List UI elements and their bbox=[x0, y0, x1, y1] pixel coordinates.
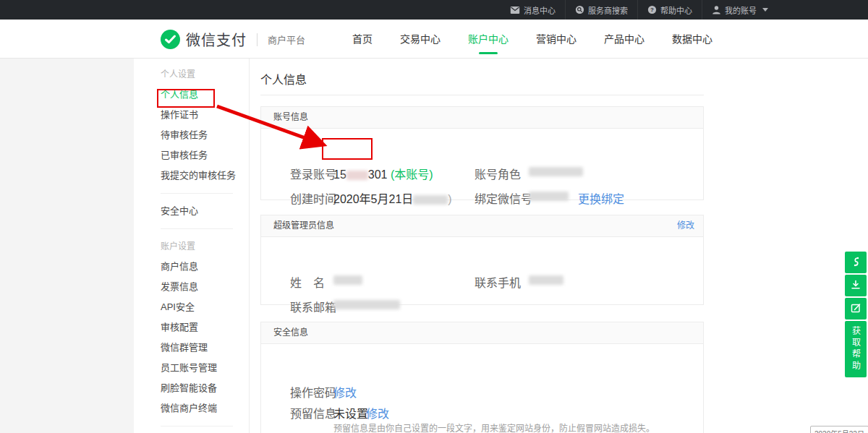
portal-name: 商户平台 bbox=[268, 33, 305, 46]
floating-help-widget: 获取帮助 bbox=[845, 252, 867, 377]
redacted-admin-email bbox=[333, 300, 400, 309]
nav-data-center[interactable]: 数据中心 bbox=[672, 20, 712, 59]
sidebar-item-face-payment-devices[interactable]: 刷脸智能设备 bbox=[161, 378, 249, 398]
reserved-info-help-text: 预留信息是由你自己设置的一段文字，用来鉴定网站身份，防止假冒网站造成损失。 配置… bbox=[333, 422, 767, 433]
redacted-admin-phone bbox=[529, 275, 563, 285]
account-info-title: 账号信息 bbox=[273, 107, 308, 128]
chevron-down-icon bbox=[762, 8, 768, 12]
admin-name-value bbox=[333, 273, 362, 286]
account-info-section: 账号信息 登录账号 15301 (本账号) 账号角色 创建时间 2020年5月2… bbox=[260, 106, 704, 200]
sidebar-divider bbox=[161, 426, 233, 426]
security-info-section: 安全信息 操作密码 修改 预留信息 未设置 修改 预留信息是由你自己设置的一段文… bbox=[260, 322, 704, 433]
help-center-button[interactable]: ? 帮助中心 bbox=[637, 0, 702, 20]
nav-transaction-center[interactable]: 交易中心 bbox=[400, 20, 441, 59]
feedback-edit-button[interactable] bbox=[845, 298, 867, 320]
redacted-created-time bbox=[413, 195, 448, 205]
brand-name: 微信支付 bbox=[186, 29, 247, 50]
content-wrapper: 个人设置 个人信息 操作证书 待审核任务 已审核任务 我提交的审核任务 安全中心… bbox=[134, 59, 868, 433]
sidebar-item-invoice-info[interactable]: 发票信息 bbox=[161, 277, 249, 297]
sidebar-item-reviewed-tasks[interactable]: 已审核任务 bbox=[161, 145, 249, 166]
edit-icon bbox=[850, 302, 861, 316]
title-divider bbox=[260, 95, 704, 95]
sidebar-section-personal-settings: 个人设置 bbox=[161, 64, 249, 85]
my-account-menu[interactable]: 我的账号 bbox=[702, 0, 778, 20]
admin-email-label: 联系邮箱 bbox=[290, 298, 336, 315]
mail-icon bbox=[510, 6, 520, 14]
sidebar-item-operation-certificate[interactable]: 操作证书 bbox=[161, 105, 249, 125]
top-utility-bar: 消息中心 服务商搜索 ? 帮助中心 我的账号 bbox=[0, 0, 868, 20]
get-help-button[interactable]: 获取帮助 bbox=[845, 321, 867, 377]
link-icon bbox=[850, 256, 861, 270]
date-tooltip: 2020年5月22日 bbox=[810, 426, 868, 433]
redacted-admin-name bbox=[333, 275, 362, 285]
search-badge-icon bbox=[575, 5, 584, 14]
service-provider-search-button[interactable]: 服务商搜索 bbox=[565, 0, 637, 20]
sidebar-divider bbox=[161, 193, 233, 194]
admin-phone-value bbox=[529, 273, 563, 286]
bound-wechat-label: 绑定微信号 bbox=[475, 189, 532, 207]
nav-product-center[interactable]: 产品中心 bbox=[604, 20, 644, 59]
sidebar-item-review-config[interactable]: 审核配置 bbox=[161, 317, 249, 338]
sidebar-item-wechat-merchant-terminal[interactable]: 微信商户终端 bbox=[161, 398, 249, 419]
reserved-info-label: 预留信息 bbox=[290, 404, 336, 421]
admin-phone-label: 联系手机 bbox=[475, 273, 521, 291]
download-button[interactable] bbox=[845, 275, 867, 296]
svg-text:?: ? bbox=[650, 7, 654, 13]
main-header: 微信支付 商户平台 首页 交易中心 账户中心 营销中心 产品中心 数据中心 bbox=[0, 20, 868, 59]
reserved-info-status: 未设置 bbox=[333, 404, 368, 421]
get-help-label: 获取帮助 bbox=[850, 326, 862, 372]
super-admin-section: 超级管理员信息 修改 姓 名 联系手机 联系邮箱 bbox=[260, 215, 704, 305]
question-icon: ? bbox=[647, 5, 657, 14]
message-center-button[interactable]: 消息中心 bbox=[501, 0, 565, 20]
page-title: 个人信息 bbox=[260, 70, 307, 87]
admin-name-label: 姓 名 bbox=[290, 273, 325, 291]
sidebar-item-pending-review-tasks[interactable]: 待审核任务 bbox=[161, 125, 249, 145]
sidebar-item-wechat-group-management[interactable]: 微信群管理 bbox=[161, 338, 249, 358]
super-admin-title: 超级管理员信息 bbox=[273, 215, 334, 236]
sidebar-item-my-submitted-review-tasks[interactable]: 我提交的审核任务 bbox=[161, 166, 249, 186]
nav-account-center[interactable]: 账户中心 bbox=[468, 20, 509, 59]
brand-divider bbox=[257, 33, 258, 46]
sidebar-item-merchant-info[interactable]: 商户信息 bbox=[161, 257, 249, 277]
primary-navigation: 首页 交易中心 账户中心 营销中心 产品中心 数据中心 bbox=[352, 20, 712, 59]
top-utility-items: 消息中心 服务商搜索 ? 帮助中心 我的账号 bbox=[501, 0, 778, 20]
download-icon bbox=[850, 279, 861, 293]
sidebar-divider bbox=[161, 228, 233, 229]
created-time-value: 2020年5月21日) bbox=[333, 189, 452, 207]
help-center-label: 帮助中心 bbox=[660, 4, 692, 16]
main-content: 个人信息 账号信息 登录账号 15301 (本账号) 账号角色 创建时间 202… bbox=[260, 59, 704, 433]
operation-password-label: 操作密码 bbox=[290, 383, 336, 400]
created-time-label: 创建时间 bbox=[290, 189, 336, 207]
admin-email-value bbox=[333, 298, 400, 311]
nav-home[interactable]: 首页 bbox=[352, 20, 373, 59]
security-info-title: 安全信息 bbox=[273, 322, 308, 343]
sidebar: 个人设置 个人信息 操作证书 待审核任务 已审核任务 我提交的审核任务 安全中心… bbox=[134, 59, 250, 433]
sidebar-section-account-settings: 账户设置 bbox=[161, 236, 249, 257]
nav-marketing-center[interactable]: 营销中心 bbox=[536, 20, 576, 59]
service-provider-search-label: 服务商搜索 bbox=[588, 4, 628, 16]
rebind-wechat-link[interactable]: 更换绑定 bbox=[578, 189, 624, 207]
login-account-label: 登录账号 bbox=[290, 165, 336, 182]
wechat-pay-logo-icon bbox=[161, 30, 180, 49]
redacted-role bbox=[529, 167, 583, 176]
sidebar-item-api-security[interactable]: API安全 bbox=[161, 297, 249, 317]
sidebar-item-staff-account-management[interactable]: 员工账号管理 bbox=[161, 358, 249, 378]
my-account-label: 我的账号 bbox=[725, 4, 757, 16]
operation-password-modify-link[interactable]: 修改 bbox=[333, 383, 357, 400]
self-account-note: (本账号) bbox=[391, 168, 433, 181]
account-role-label: 账号角色 bbox=[475, 165, 521, 182]
redacted-login-middle bbox=[346, 171, 368, 180]
login-account-value: 15301 (本账号) bbox=[333, 165, 433, 182]
bound-wechat-value bbox=[529, 189, 569, 202]
redacted-wechat-id bbox=[529, 192, 569, 201]
message-center-label: 消息中心 bbox=[524, 4, 556, 16]
sidebar-item-security-center[interactable]: 安全中心 bbox=[161, 201, 249, 221]
user-icon bbox=[712, 5, 721, 14]
sidebar-item-personal-info[interactable]: 个人信息 bbox=[161, 85, 249, 105]
link-button[interactable] bbox=[845, 252, 867, 273]
reserved-info-modify-link[interactable]: 修改 bbox=[366, 404, 389, 421]
brand-area: 微信支付 商户平台 bbox=[161, 29, 305, 50]
super-admin-modify-link[interactable]: 修改 bbox=[677, 215, 694, 236]
account-role-value bbox=[529, 165, 583, 178]
